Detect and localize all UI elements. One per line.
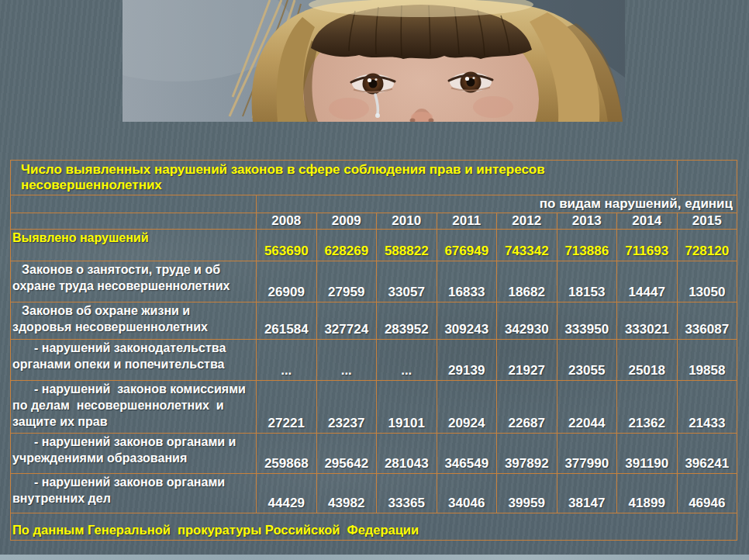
table-subtitle-row: по видам нарушений, единиц [11, 195, 737, 213]
table-subtitle: по видам нарушений, единиц [257, 195, 737, 213]
value-cell: 309243 [437, 302, 497, 340]
value-cell: 391190 [617, 434, 678, 474]
value-cell: 327724 [316, 302, 377, 340]
value-cell: 18682 [497, 261, 557, 302]
row-label: - нарушений законодательства органами оп… [11, 340, 257, 381]
table-row: Выявлено нарушений5636906282695888226769… [11, 230, 737, 261]
value-cell: 22044 [557, 381, 617, 434]
row-label: - нарушений законов комиссиями по делам … [11, 381, 257, 434]
year-header-row: 2008 2009 2010 2011 2012 2013 2014 2015 [11, 213, 737, 230]
value-cell: 713886 [557, 230, 617, 261]
value-cell: 295642 [316, 434, 377, 474]
value-cell: 33365 [377, 474, 437, 513]
empty-cell [11, 213, 257, 230]
value-cell: 563690 [257, 230, 317, 261]
value-cell: 19101 [377, 381, 437, 434]
value-cell: 14447 [617, 261, 678, 302]
source-note: По данным Генеральной прокуратуры Россий… [11, 513, 737, 541]
value-cell: 25018 [617, 340, 678, 381]
row-label: - нарушений законов органами внутренних … [11, 474, 257, 513]
table-row: Законов о занятости, труде и об охране т… [11, 261, 737, 302]
value-cell: 23055 [557, 340, 617, 381]
table-row: - нарушений законов органами и учреждени… [11, 434, 737, 474]
value-cell: 39959 [497, 474, 557, 513]
value-cell: 38147 [557, 474, 617, 513]
value-cell: 21362 [617, 381, 678, 434]
row-label: Выявлено нарушений [11, 230, 257, 261]
value-cell: 33057 [377, 261, 437, 302]
value-cell: 333950 [557, 302, 617, 340]
value-cell: 397892 [497, 434, 557, 474]
value-cell: 41899 [617, 474, 678, 513]
value-cell: 43982 [316, 474, 377, 513]
value-cell: 743342 [497, 230, 557, 261]
value-cell: 259868 [257, 434, 317, 474]
year-header: 2013 [557, 213, 617, 230]
value-cell: 283952 [377, 302, 437, 340]
value-cell: 676949 [437, 230, 497, 261]
value-cell: ... [316, 340, 377, 381]
value-cell: 34046 [437, 474, 497, 513]
value-cell: 23237 [316, 381, 377, 434]
empty-cell [11, 195, 257, 213]
table-body: Выявлено нарушений5636906282695888226769… [11, 230, 737, 513]
bottom-edge-highlight [0, 555, 749, 560]
empty-cell [677, 161, 737, 195]
table-title-row: Число выявленных нарушений законов в сфе… [11, 161, 737, 195]
value-cell: 20924 [437, 381, 497, 434]
row-label: Законов о занятости, труде и об охране т… [11, 261, 257, 302]
year-header: 2011 [437, 213, 497, 230]
year-header: 2009 [316, 213, 377, 230]
year-header: 2010 [377, 213, 437, 230]
value-cell: 29139 [437, 340, 497, 381]
table-title: Число выявленных нарушений законов в сфе… [11, 161, 678, 195]
value-cell: 19858 [677, 340, 737, 381]
value-cell: 628269 [316, 230, 377, 261]
value-cell: 26909 [257, 261, 317, 302]
table-row: - нарушений законов комиссиями по делам … [11, 381, 737, 434]
value-cell: 22687 [497, 381, 557, 434]
value-cell: 16833 [437, 261, 497, 302]
value-cell: 18153 [557, 261, 617, 302]
value-cell: 346549 [437, 434, 497, 474]
value-cell: 588822 [377, 230, 437, 261]
violations-table: Число выявленных нарушений законов в сфе… [10, 160, 737, 541]
value-cell: 261584 [257, 302, 317, 340]
value-cell: 711693 [617, 230, 678, 261]
value-cell: 13050 [677, 261, 737, 302]
value-cell: 333021 [617, 302, 678, 340]
value-cell: 21433 [677, 381, 737, 434]
crying-child-photo [123, 0, 625, 122]
value-cell: 342930 [497, 302, 557, 340]
value-cell: ... [257, 340, 317, 381]
year-header: 2012 [497, 213, 557, 230]
value-cell: 728120 [677, 230, 737, 261]
row-label: - нарушений законов органами и учреждени… [11, 434, 257, 474]
value-cell: ... [377, 340, 437, 381]
table-row: - нарушений законов органами внутренних … [11, 474, 737, 513]
value-cell: 336087 [677, 302, 737, 340]
value-cell: 27959 [316, 261, 377, 302]
value-cell: 44429 [257, 474, 317, 513]
value-cell: 21927 [497, 340, 557, 381]
value-cell: 46946 [677, 474, 737, 513]
value-cell: 281043 [377, 434, 437, 474]
table-row: - нарушений законодательства органами оп… [11, 340, 737, 381]
slide-background: Число выявленных нарушений законов в сфе… [0, 0, 749, 560]
value-cell: 396241 [677, 434, 737, 474]
table-row: Законов об охране жизни и здоровья несов… [11, 302, 737, 340]
source-note-row: По данным Генеральной прокуратуры Россий… [11, 513, 737, 541]
value-cell: 377990 [557, 434, 617, 474]
year-header: 2014 [617, 213, 678, 230]
year-header: 2015 [677, 213, 737, 230]
value-cell: 27221 [257, 381, 317, 434]
row-label: Законов об охране жизни и здоровья несов… [11, 302, 257, 340]
year-header: 2008 [257, 213, 317, 230]
